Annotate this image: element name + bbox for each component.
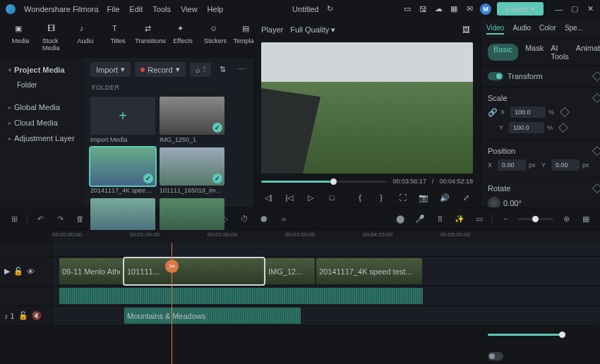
scissors-icon[interactable]: ✂ xyxy=(165,260,179,273)
link-icon[interactable]: 🔗 xyxy=(488,108,498,117)
lock-icon[interactable]: 🔓 xyxy=(13,267,23,276)
render-button[interactable]: ▭ xyxy=(472,212,486,226)
save-icon[interactable]: 🖫 xyxy=(418,4,428,14)
search-input[interactable] xyxy=(203,66,205,73)
sidebar-project-media[interactable]: ▾Project Media xyxy=(0,62,85,78)
clip[interactable]: 20141117_4K speed test... xyxy=(316,258,422,284)
delete-button[interactable]: 🗑 xyxy=(73,212,87,226)
pos-y-input[interactable] xyxy=(551,159,580,171)
sidebar-global-media[interactable]: ▸Global Media xyxy=(0,99,85,115)
zoom-out-button[interactable]: − xyxy=(498,212,512,226)
close-button[interactable]: ✕ xyxy=(586,5,594,13)
snapshot-button[interactable]: 🖼 xyxy=(459,23,473,37)
track-header[interactable]: ♪ 1🔓🔇 xyxy=(0,306,52,325)
speed-button[interactable]: ⏱ xyxy=(237,212,251,226)
filter-button[interactable]: ⇅ xyxy=(215,63,229,77)
transform-toggle[interactable] xyxy=(488,72,503,80)
sidebar-folder[interactable]: Folder xyxy=(0,78,85,92)
keyframe-button[interactable] xyxy=(592,146,600,156)
fullscreen-button[interactable]: ⤢ xyxy=(459,190,473,205)
scale-y-input[interactable] xyxy=(509,122,544,133)
zoom-in-button[interactable]: ⊕ xyxy=(559,212,573,226)
marker-button[interactable]: ⬣ xyxy=(257,212,271,226)
mute-icon[interactable]: 🔇 xyxy=(32,311,42,320)
thumb-item[interactable]: ✓101111_165018_import xyxy=(160,147,224,194)
voiceover-button[interactable]: ⬤ xyxy=(393,212,407,226)
prop-tab-color[interactable]: Color xyxy=(539,23,556,35)
menu-tools[interactable]: Tools xyxy=(152,5,171,13)
undo-button[interactable]: ↶ xyxy=(33,212,47,226)
keyframe-button[interactable] xyxy=(592,183,600,193)
tab-audio[interactable]: ♪Audio xyxy=(72,23,99,53)
record-dropdown[interactable]: Record▾ xyxy=(135,62,185,77)
screen-icon[interactable]: ▭ xyxy=(402,4,412,14)
volume-button[interactable]: 🔊 xyxy=(438,190,452,205)
clip[interactable]: 101111... xyxy=(124,258,264,284)
sidebar-adjustment-layer[interactable]: ▸Adjustment Layer xyxy=(0,131,85,146)
thumb-item[interactable]: ✓IMG_1250_1 xyxy=(160,97,224,143)
tab-stickers[interactable]: ☺Stickers xyxy=(202,23,229,53)
tab-effects[interactable]: ✦Effects xyxy=(169,23,196,53)
track-header[interactable]: ▶🔓👁 xyxy=(0,257,52,286)
step-back-button[interactable]: |◁ xyxy=(282,190,296,205)
stop-button[interactable]: □ xyxy=(325,190,339,205)
cloud-icon[interactable]: ☁ xyxy=(433,4,443,14)
timeline-ruler[interactable]: 00:00:00:00 00:01:00:00 00:02:00:00 00:0… xyxy=(52,230,600,243)
more-button[interactable]: ⋯ xyxy=(234,63,248,77)
tab-transitions[interactable]: ⇄Transitions xyxy=(137,23,164,53)
snapshot-icon[interactable]: 📷 xyxy=(416,190,431,205)
thumb-item[interactable]: ✓20141117_4K speed test_00... xyxy=(90,147,155,194)
track-header[interactable] xyxy=(0,286,52,305)
tab-titles[interactable]: TTitles xyxy=(104,23,131,53)
keyframe-button[interactable] xyxy=(558,123,568,133)
redo-button[interactable]: ↷ xyxy=(53,212,67,226)
export-button[interactable]: Export▾ xyxy=(497,2,544,16)
keyframe-button[interactable] xyxy=(560,107,570,117)
subtab-mask[interactable]: Mask xyxy=(525,44,544,61)
search-field[interactable]: ⌕ xyxy=(190,63,211,77)
user-avatar[interactable]: M xyxy=(480,4,491,15)
menu-file[interactable]: File xyxy=(107,5,120,13)
prop-tab-audio[interactable]: Audio xyxy=(512,23,531,35)
audio-clip[interactable] xyxy=(59,288,423,304)
menu-help[interactable]: Help xyxy=(208,5,224,13)
keyframe-button[interactable] xyxy=(592,93,600,103)
player-tab[interactable]: Player xyxy=(261,25,283,34)
prev-button[interactable]: ◁| xyxy=(261,190,275,205)
mixer-button[interactable]: 🎚 xyxy=(433,212,447,226)
thumb-import[interactable]: +Import Media xyxy=(90,97,155,143)
audio-clip[interactable]: Mountains & Meadows xyxy=(124,308,301,324)
mic-button[interactable]: 🎤 xyxy=(413,212,427,226)
grid-icon[interactable]: ▦ xyxy=(449,4,459,14)
tab-stock[interactable]: 🎞Stock Media xyxy=(40,23,66,53)
eye-icon[interactable]: 👁 xyxy=(27,267,35,276)
lock-icon[interactable]: 🔓 xyxy=(18,311,28,320)
minimize-button[interactable]: ― xyxy=(555,5,563,13)
more-button[interactable]: » xyxy=(277,212,291,226)
import-dropdown[interactable]: Import▾ xyxy=(90,62,131,77)
scale-x-input[interactable] xyxy=(510,107,546,118)
clip[interactable]: 09-11 Menlo Atherton xyxy=(59,258,123,284)
mark-in-button[interactable]: { xyxy=(353,190,367,205)
cloud-sync-icon[interactable]: ↻ xyxy=(327,4,333,13)
scrub-slider[interactable] xyxy=(261,181,387,183)
project-title[interactable]: Untitled xyxy=(292,5,318,13)
subtab-anim[interactable]: Animat... xyxy=(576,44,600,61)
subtab-ai[interactable]: AI Tools xyxy=(551,44,569,61)
maximize-button[interactable]: ▢ xyxy=(570,5,579,13)
auto-button[interactable]: ✨ xyxy=(452,212,467,226)
tab-media[interactable]: ▣Media xyxy=(7,23,34,53)
quality-dropdown[interactable]: Full Quality ▾ xyxy=(290,25,335,35)
prop-tab-video[interactable]: Video xyxy=(486,23,504,35)
zoom-fit-button[interactable]: ▦ xyxy=(579,212,593,226)
add-track-button[interactable]: ⊞ xyxy=(7,212,21,226)
mark-out-button[interactable]: } xyxy=(374,190,388,205)
crop-button[interactable]: ⛶ xyxy=(395,190,409,205)
message-icon[interactable]: ✉ xyxy=(464,4,474,14)
menu-edit[interactable]: Edit xyxy=(129,5,143,13)
prop-tab-speed[interactable]: Spe... xyxy=(565,23,583,35)
play-button[interactable]: ▷ xyxy=(304,190,318,205)
playhead[interactable]: ✂ xyxy=(172,243,172,364)
clip[interactable]: IMG_12... xyxy=(265,258,315,284)
keyframe-button[interactable] xyxy=(592,71,600,81)
